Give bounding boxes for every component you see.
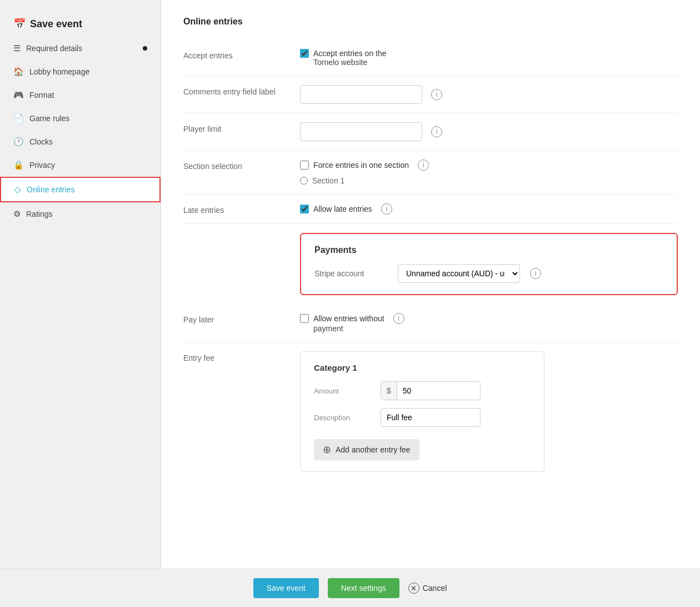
pay-later-text-line2: payment xyxy=(313,324,678,333)
pay-later-row: Pay later Allow entries without i paymen… xyxy=(183,304,678,342)
game-rules-icon: 📄 xyxy=(13,113,24,123)
stripe-row: Stripe account Unnamed account (AUD) - u… xyxy=(314,264,663,283)
entry-fee-row: Entry fee Category 1 Amount $ Descriptio… xyxy=(183,342,678,481)
privacy-icon: 🔒 xyxy=(13,160,24,170)
payments-spacer xyxy=(183,233,300,235)
stripe-account-label: Stripe account xyxy=(314,269,392,278)
lobby-homepage-icon: 🏠 xyxy=(13,67,24,77)
section-selection-label: Section selection xyxy=(183,160,300,171)
entry-fee-label: Entry fee xyxy=(183,351,300,362)
sidebar-item-clocks[interactable]: 🕐 Clocks xyxy=(0,130,161,153)
required-details-dot xyxy=(143,46,147,51)
section-selection-control: Force entries in one section i Section 1 xyxy=(300,160,678,185)
entry-fee-category-title: Category 1 xyxy=(314,363,531,372)
entry-fee-card: Category 1 Amount $ Description ⊕ xyxy=(300,351,544,472)
comments-field-row: Comments entry field label i xyxy=(183,76,678,113)
amount-input[interactable] xyxy=(397,382,480,400)
online-entries-icon: ◇ xyxy=(14,185,21,195)
section-selection-row: Section selection Force entries in one s… xyxy=(183,151,678,195)
pay-later-label: Pay later xyxy=(183,313,300,324)
comments-field-control: i xyxy=(300,85,678,104)
late-entries-label: Late entries xyxy=(183,203,300,215)
section-title: Online entries xyxy=(183,17,678,27)
calendar-icon: 📅 xyxy=(13,18,26,30)
add-entry-fee-label: Add another entry fee xyxy=(336,445,411,454)
payments-box: Payments Stripe account Unnamed account … xyxy=(300,233,678,295)
format-icon: 🎮 xyxy=(13,90,24,100)
clocks-icon: 🕐 xyxy=(13,137,24,147)
player-limit-row: Player limit i xyxy=(183,113,678,151)
save-event-button[interactable]: Save event xyxy=(253,578,319,598)
entry-fee-control: Category 1 Amount $ Description ⊕ xyxy=(300,351,678,472)
sidebar-item-online-entries[interactable]: ◇ Online entries xyxy=(0,177,161,202)
payments-title: Payments xyxy=(314,245,663,255)
section-1-radio[interactable] xyxy=(300,177,308,185)
next-settings-button[interactable]: Next settings xyxy=(328,578,399,598)
payments-row: Payments Stripe account Unnamed account … xyxy=(183,224,678,304)
comments-info-icon[interactable]: i xyxy=(431,89,442,100)
player-limit-info-icon[interactable]: i xyxy=(431,126,442,137)
sidebar: 📅 Save event ☰ Required details 🏠 Lobby … xyxy=(0,0,161,569)
section-selection-text: Force entries in one section xyxy=(313,161,409,170)
sidebar-item-ratings[interactable]: ⚙ Ratings xyxy=(0,202,161,226)
comments-field-label: Comments entry field label xyxy=(183,85,300,96)
pay-later-checkbox[interactable] xyxy=(300,314,309,323)
cancel-icon: ✕ xyxy=(408,583,419,594)
section-selection-checkbox[interactable] xyxy=(300,161,309,170)
amount-currency: $ xyxy=(381,382,397,400)
accept-entries-checkbox[interactable] xyxy=(300,49,309,58)
stripe-account-select[interactable]: Unnamed account (AUD) - unkr xyxy=(398,264,520,283)
late-entries-checkbox[interactable] xyxy=(300,205,309,213)
sidebar-item-format[interactable]: 🎮 Format xyxy=(0,83,161,107)
sidebar-item-lobby-homepage[interactable]: 🏠 Lobby homepage xyxy=(0,60,161,83)
accept-entries-text-line1: Accept entries on the xyxy=(313,49,387,58)
stripe-account-info-icon[interactable]: i xyxy=(530,268,541,279)
payments-control: Payments Stripe account Unnamed account … xyxy=(300,233,678,295)
pay-later-text-line1: Allow entries without xyxy=(313,314,384,323)
entry-fee-amount-row: Amount $ xyxy=(314,381,531,400)
late-entries-text: Allow late entries xyxy=(313,205,372,213)
player-limit-input[interactable] xyxy=(300,122,422,141)
accept-entries-text-line2: Tornelo website xyxy=(313,58,678,67)
amount-input-wrap: $ xyxy=(381,381,481,400)
accept-entries-control: Accept entries on the Tornelo website xyxy=(300,49,678,67)
required-details-icon: ☰ xyxy=(13,43,21,53)
entry-fee-description-row: Description xyxy=(314,408,531,427)
footer: Save event Next settings ✕ Cancel xyxy=(0,569,700,607)
accept-entries-row: Accept entries Accept entries on the Tor… xyxy=(183,40,678,76)
late-entries-info-icon[interactable]: i xyxy=(381,203,392,215)
accept-entries-label: Accept entries xyxy=(183,49,300,60)
cancel-button[interactable]: ✕ Cancel xyxy=(408,583,447,594)
section-selection-info-icon[interactable]: i xyxy=(418,160,429,171)
description-label: Description xyxy=(314,414,381,422)
player-limit-label: Player limit xyxy=(183,122,300,133)
late-entries-row: Late entries Allow late entries i xyxy=(183,195,678,224)
sidebar-title: 📅 Save event xyxy=(0,11,161,37)
sidebar-item-privacy[interactable]: 🔒 Privacy xyxy=(0,153,161,177)
ratings-icon: ⚙ xyxy=(13,209,21,219)
late-entries-control: Allow late entries i xyxy=(300,203,678,215)
pay-later-info-icon[interactable]: i xyxy=(393,313,404,324)
cancel-label: Cancel xyxy=(423,584,447,593)
add-entry-fee-button[interactable]: ⊕ Add another entry fee xyxy=(314,439,419,460)
sidebar-item-required-details[interactable]: ☰ Required details xyxy=(0,37,161,60)
add-entry-fee-icon: ⊕ xyxy=(323,444,331,456)
description-input[interactable] xyxy=(381,408,481,427)
pay-later-control: Allow entries without i payment xyxy=(300,313,678,333)
section-1-label: Section 1 xyxy=(312,176,344,185)
sidebar-item-game-rules[interactable]: 📄 Game rules xyxy=(0,107,161,130)
amount-label: Amount xyxy=(314,387,381,395)
player-limit-control: i xyxy=(300,122,678,141)
comments-field-input[interactable] xyxy=(300,85,422,104)
main-content: Online entries Accept entries Accept ent… xyxy=(161,0,700,569)
